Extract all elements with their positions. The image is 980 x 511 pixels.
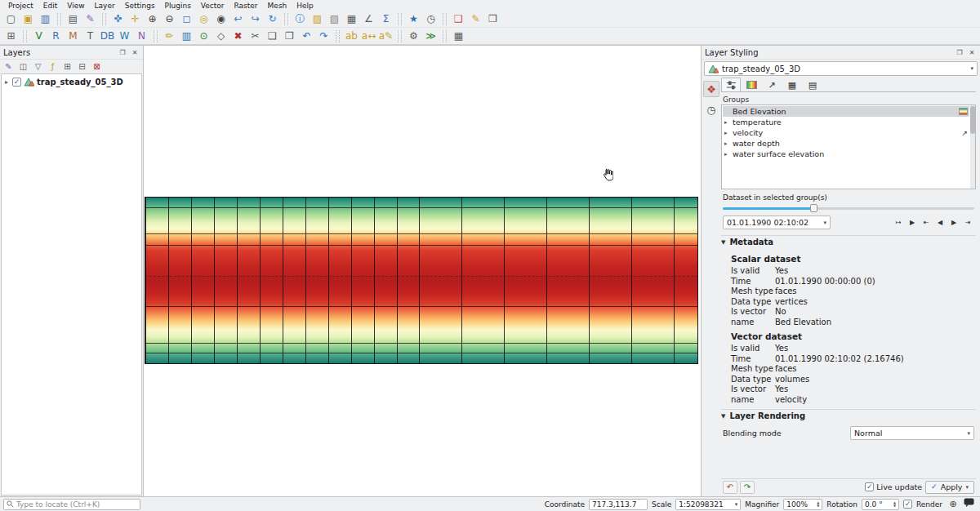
zoom-to-layer-button[interactable]: ◉ [212,11,229,27]
grid-options-button[interactable]: ▦ [450,29,467,44]
menu-edit[interactable]: Edit [38,2,62,10]
add-raster-layer-button[interactable]: R [47,29,65,44]
label-options-button[interactable]: a✎ [377,29,394,44]
expand-caret-icon[interactable]: ▸ [724,140,731,147]
menu-vector[interactable]: Vector [196,2,229,10]
pan-to-selection-button[interactable]: ✛ [127,11,144,27]
group-item-velocity[interactable]: ▸velocity↗ [723,127,969,138]
menu-settings[interactable]: Settings [120,2,160,10]
messages-button[interactable] [964,498,977,510]
save-project-button[interactable]: ▥ [37,11,54,27]
tab-vectors[interactable]: ↗ [762,78,782,91]
zoom-last-button[interactable]: ↩ [229,11,247,27]
menu-view[interactable]: View [62,2,89,10]
add-vector-layer-button[interactable]: V [30,29,47,44]
undo-button[interactable]: ↶ [298,29,315,44]
filter-by-expression-button[interactable]: ƒ [46,60,60,73]
move-label-button[interactable]: a↔ [360,29,377,44]
styling-panel-float-button[interactable]: ❐ [955,47,964,57]
style-undo-button[interactable]: ↶ [723,481,737,494]
groups-scrollbar[interactable] [970,105,975,189]
layer-rendering-section-header[interactable]: ▼ Layer Rendering [721,409,976,422]
next-frame-button[interactable]: ▶ [947,216,960,229]
first-frame-button[interactable]: ⇤ [920,216,933,229]
zoom-in-button[interactable]: ⊕ [144,11,161,27]
expand-caret-icon[interactable]: ▸ [3,78,10,86]
metadata-section-header[interactable]: ▼ Metadata [721,235,976,248]
tab-symbology[interactable]: ❖ [703,81,719,97]
group-item-temperature[interactable]: ▸temperature [723,117,969,127]
menu-mesh[interactable]: Mesh [263,2,292,10]
refresh-button[interactable]: ↻ [264,11,281,27]
menu-project[interactable]: Project [3,2,38,10]
annotations-button[interactable]: ✎ [467,11,484,27]
copy-features-button[interactable]: ❏ [264,29,281,44]
new-shapefile-button[interactable]: N [133,29,150,44]
menu-help[interactable]: Help [292,2,318,10]
zoom-out-button[interactable]: ⊖ [161,11,178,27]
scale-combo[interactable]: 1:52098321 ▾ [675,499,741,510]
labeling-button[interactable]: ab [343,29,360,44]
select-features-button[interactable]: ▨ [309,11,326,27]
add-feature-button[interactable]: ⊙ [195,29,212,44]
group-item-water-surface-elevation[interactable]: ▸water surface elevation [723,149,969,159]
rotation-spinbox[interactable]: 0.0 ° ▲▼ [862,499,899,510]
live-update-checkbox[interactable]: ✓ [865,482,874,491]
zoom-full-button[interactable]: ◻ [178,11,195,27]
expand-caret-icon[interactable]: ▸ [724,151,731,158]
styling-panel-close-button[interactable]: ✕ [967,47,977,57]
tab-contours[interactable] [742,78,761,91]
render-checkbox[interactable]: ✓ [903,500,912,509]
zoom-next-button[interactable]: ↪ [247,11,264,27]
layout-manager-button[interactable]: ▤ [65,11,82,27]
new-map-view-button[interactable]: ❐ [484,11,501,27]
prev-frame-button[interactable]: ◀ [933,216,947,229]
time-slider[interactable] [723,203,974,213]
new-project-button[interactable]: ▢ [2,11,20,27]
magnifier-spinbox[interactable]: 100% ▲▼ [783,499,822,510]
collapse-all-button[interactable]: ⊟ [75,60,89,73]
processing-toolbox-button[interactable]: ⚙ [405,29,422,44]
crs-button[interactable]: ⊕ [947,498,960,510]
open-project-button[interactable]: ▣ [20,11,37,27]
coordinate-input[interactable]: 717.3,113.7 [589,499,648,510]
cut-features-button[interactable]: ✂ [247,29,264,44]
map-canvas[interactable] [144,46,701,496]
layer-visibility-checkbox[interactable]: ✓ [12,78,21,87]
save-edits-button[interactable]: ▥ [178,29,195,44]
remove-layer-button[interactable]: ⊠ [90,60,104,73]
spinner-arrows[interactable]: ▲▼ [817,501,819,508]
expand-caret-icon[interactable]: ▸ [724,119,731,126]
blending-mode-combo[interactable]: Normal ▾ [850,426,974,440]
open-layer-styling-button[interactable]: ✎ [2,60,16,73]
spinner-arrows[interactable]: ▲▼ [893,501,896,508]
vertex-tool-button[interactable]: ◇ [212,29,229,44]
layers-panel-float-button[interactable]: ❐ [118,47,127,57]
data-source-manager-button[interactable]: ⊞ [2,29,20,44]
add-mesh-layer-button[interactable]: M [65,29,82,44]
add-database-layer-button[interactable]: DB [99,29,116,44]
style-manager-button[interactable]: ✎ [82,11,99,27]
attribute-table-button[interactable]: ▦ [343,11,360,27]
locate-search-input[interactable]: Type to locate (Ctrl+K) [3,499,140,510]
export-plot-button[interactable]: ↦ [892,216,905,229]
menu-layer[interactable]: Layer [90,2,120,10]
menu-plugins[interactable]: Plugins [160,2,196,10]
menu-raster[interactable]: Raster [229,2,263,10]
tab-history[interactable]: ◷ [703,101,719,118]
layer-item-trap_steady_05_3D[interactable]: ▸ ✓ trap_steady_05_3D [2,76,141,88]
add-delimited-text-button[interactable]: T [82,29,99,44]
expand-caret-icon[interactable]: ▸ [724,130,731,136]
style-redo-button[interactable]: ↷ [740,481,755,494]
tab-averaging[interactable]: ▤ [803,78,822,91]
temporal-controller-button[interactable]: ◷ [422,11,439,27]
play-button[interactable]: ▶ [906,216,919,229]
last-frame-button[interactable]: ⇥ [961,216,974,229]
manage-map-themes-button[interactable]: ◫ [16,60,30,73]
zoom-to-selection-button[interactable]: ◎ [195,11,212,27]
slider-handle[interactable] [810,204,817,212]
measure-button[interactable]: ∠ [360,11,377,27]
expand-all-button[interactable]: ⊞ [60,60,74,73]
datetime-combo[interactable]: 01.01.1990 02:10:02 ▾ [723,216,831,229]
bookmarks-button[interactable]: ★ [405,11,422,27]
